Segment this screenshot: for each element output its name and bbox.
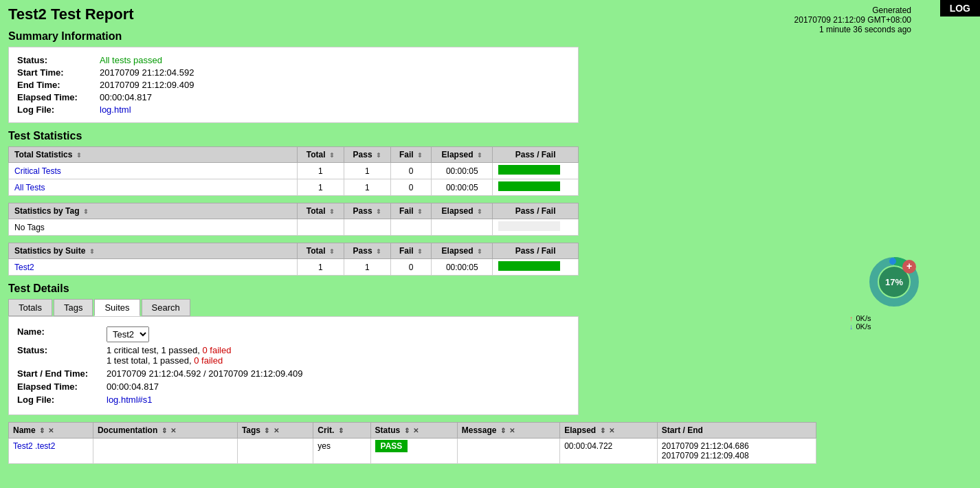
summary-label-elapsed: Elapsed Time: [17, 92, 100, 102]
suite-stats-fail: 0 [390, 259, 431, 276]
sort-icon-total-pass[interactable]: ⇕ [376, 152, 381, 159]
sort-results-name[interactable]: ⇕ [39, 427, 45, 434]
result-crit: yes [313, 439, 370, 464]
total-stats-total: 1 [298, 179, 344, 196]
total-stats-name-link[interactable]: All Tests [14, 183, 45, 192]
tag-stats-table: Statistics by Tag ⇕ Total ⇕ Pass ⇕ Fail … [8, 203, 579, 236]
sort-results-message[interactable]: ⇕ [500, 427, 506, 434]
svg-point-6 [889, 258, 896, 265]
total-stats-elapsed: 00:00:05 [432, 163, 493, 179]
suite-stats-bar [493, 259, 579, 276]
sort-results-tags[interactable]: ⇕ [264, 427, 269, 434]
total-stats-fail: 0 [390, 179, 431, 196]
summary-value-start: 20170709 21:12:04.592 [100, 67, 194, 78]
tab-tags[interactable]: Tags [54, 299, 93, 316]
sort-results-doc[interactable]: ⇕ [162, 427, 167, 434]
detail-row-name: Name: Test2 [17, 326, 570, 342]
sort-icon-total-fail[interactable]: ⇕ [417, 152, 423, 159]
sort-icon-total-elapsed[interactable]: ⇕ [477, 152, 482, 159]
suite-stats-col-pass: Pass ⇕ [344, 243, 390, 259]
tag-stats-bar [493, 219, 579, 236]
suite-stats-name-link[interactable]: Test2 [14, 263, 34, 272]
filter-results-name[interactable]: ✕ [48, 427, 54, 434]
filter-results-tags[interactable]: ✕ [274, 427, 279, 434]
suite-stats-col-fail: Fail ⇕ [390, 243, 431, 259]
results-col-doc: Documentation ⇕ ✕ [93, 423, 237, 439]
sort-icon-suite-name[interactable]: ⇕ [89, 248, 95, 255]
suite-stats-col-total: Total ⇕ [298, 243, 344, 259]
result-message [457, 439, 559, 464]
total-stats-elapsed: 00:00:05 [432, 179, 493, 196]
summary-label-log: Log File: [17, 104, 100, 115]
total-stats-section: Total Statistics ⇕ Total ⇕ Pass ⇕ Fail ⇕… [8, 146, 816, 196]
total-stats-bar [493, 179, 579, 196]
generated-ago: 1 minute 36 seconds ago [819, 25, 911, 34]
total-stats-name-link[interactable]: Critical Tests [14, 166, 61, 176]
download-speed: 0K/s [856, 322, 871, 331]
detail-log-link[interactable]: log.html#s1 [107, 395, 152, 405]
tag-stats-pass [344, 219, 390, 236]
detail-row-status: Status: 1 critical test, 1 passed, 0 fai… [17, 345, 570, 366]
result-elapsed: 00:00:04.722 [560, 439, 658, 464]
total-stats-col-total: Total ⇕ [298, 147, 344, 163]
tag-stats-elapsed [432, 219, 493, 236]
suite-stats-table: Statistics by Suite ⇕ Total ⇕ Pass ⇕ Fai… [8, 243, 579, 276]
status-badge: PASS [375, 440, 408, 452]
tag-stats-col-fail: Fail ⇕ [390, 203, 431, 219]
sort-results-elapsed[interactable]: ⇕ [600, 427, 605, 434]
upload-speed: 0K/s [856, 314, 871, 322]
suite-stats-section: Statistics by Suite ⇕ Total ⇕ Pass ⇕ Fai… [8, 243, 816, 276]
test-details-heading: Test Details [8, 282, 816, 295]
sort-icon-total-total[interactable]: ⇕ [329, 152, 335, 159]
total-stats-row: Critical Tests 1 1 0 00:00:05 [9, 163, 579, 179]
failed-count-total: 0 failed [194, 355, 223, 366]
sort-results-crit[interactable]: ⇕ [338, 427, 344, 434]
sort-icon-tag-name[interactable]: ⇕ [83, 208, 89, 215]
result-doc [93, 439, 237, 464]
test-statistics-heading: Test Statistics [8, 130, 816, 142]
total-stats-fail: 0 [390, 163, 431, 179]
tab-search[interactable]: Search [142, 299, 190, 316]
result-name-link[interactable]: Test2 .test2 [13, 441, 55, 451]
suite-stats-col-elapsed: Elapsed ⇕ [432, 243, 493, 259]
detail-row-startend: Start / End Time: 20170709 21:12:04.592 … [17, 368, 570, 379]
total-stats-total: 1 [298, 163, 344, 179]
suite-stats-row: Test2 1 1 0 00:00:05 [9, 259, 579, 276]
filter-results-doc[interactable]: ✕ [170, 427, 176, 434]
summary-log-link[interactable]: log.html [100, 104, 131, 115]
tab-suites[interactable]: Suites [94, 299, 140, 316]
results-col-startend: Start / End [657, 423, 816, 439]
table-row: Test2 .test2 yes PASS 00:00:04.722 20170… [9, 439, 816, 464]
tag-stats-header: Statistics by Tag ⇕ [9, 203, 298, 219]
suite-stats-pass: 1 [344, 259, 390, 276]
suite-stats-total: 1 [298, 259, 344, 276]
network-widget: 17% + ↑ 0K/s ↓ 0K/s [849, 254, 939, 331]
result-name: Test2 .test2 [9, 439, 93, 464]
summary-row-status: Status: All tests passed [17, 55, 570, 65]
summary-row-start: Start Time: 20170709 21:12:04.592 [17, 67, 570, 78]
generated-label: Generated [872, 5, 911, 15]
summary-value-end: 20170709 21:12:09.409 [100, 80, 194, 90]
detail-label-logfile: Log File: [17, 395, 107, 405]
log-button[interactable]: LOG [940, 0, 980, 16]
sort-results-status[interactable]: ⇕ [404, 427, 410, 434]
filter-results-elapsed[interactable]: ✕ [609, 427, 614, 434]
network-stats: ↑ 0K/s ↓ 0K/s [849, 314, 939, 331]
test-details-tabs: Totals Tags Suites Search [8, 299, 816, 316]
filter-results-status[interactable]: ✕ [413, 427, 419, 434]
filter-results-message[interactable]: ✕ [509, 427, 515, 434]
results-col-name: Name ⇕ ✕ [9, 423, 93, 439]
summary-label-end: End Time: [17, 80, 100, 90]
total-stats-table: Total Statistics ⇕ Total ⇕ Pass ⇕ Fail ⇕… [8, 146, 579, 196]
page-title: Test2 Test Report [8, 5, 816, 23]
result-tags [237, 439, 313, 464]
summary-heading: Summary Information [8, 30, 816, 43]
name-select[interactable]: Test2 [107, 326, 149, 342]
upload-arrow-icon: ↑ [849, 314, 854, 322]
tag-stats-col-total: Total ⇕ [298, 203, 344, 219]
tab-totals[interactable]: Totals [8, 299, 52, 316]
sort-icon-total-name[interactable]: ⇕ [76, 152, 82, 159]
svg-text:+: + [906, 260, 912, 271]
total-stats-col-passfail: Pass / Fail [493, 147, 579, 163]
detail-label-startend: Start / End Time: [17, 368, 107, 379]
